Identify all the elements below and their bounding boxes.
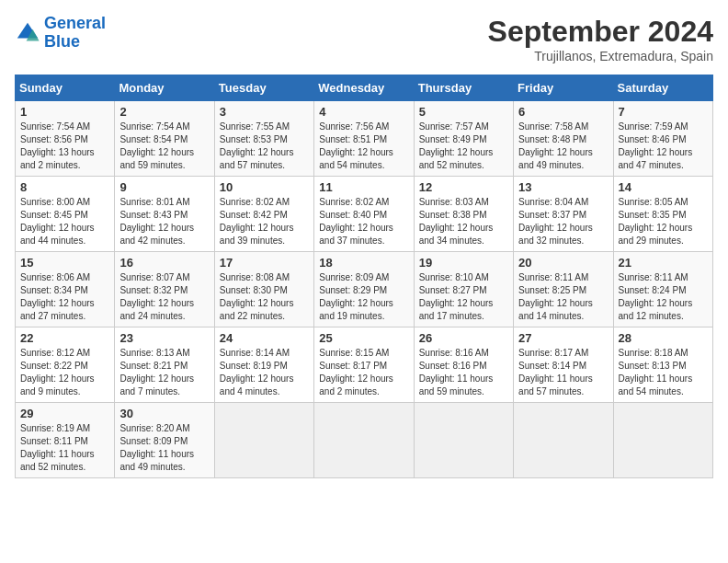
- cell-info: Sunrise: 8:20 AMSunset: 8:09 PMDaylight:…: [119, 423, 194, 472]
- calendar-cell: 17 Sunrise: 8:08 AMSunset: 8:30 PMDaylig…: [214, 252, 313, 327]
- col-header-monday: Monday: [115, 75, 214, 101]
- day-number: 1: [20, 105, 109, 119]
- day-number: 29: [20, 407, 109, 420]
- cell-info: Sunrise: 7:54 AMSunset: 8:54 PMDaylight:…: [119, 121, 194, 170]
- cell-info: Sunrise: 7:57 AMSunset: 8:49 PMDaylight:…: [419, 121, 494, 170]
- day-number: 21: [619, 256, 708, 270]
- logo-line2: Blue: [44, 32, 80, 51]
- cell-info: Sunrise: 8:11 AMSunset: 8:25 PMDaylight:…: [518, 272, 593, 321]
- location: Trujillanos, Extremadura, Spain: [488, 49, 713, 63]
- cell-info: Sunrise: 8:19 AMSunset: 8:11 PMDaylight:…: [20, 423, 95, 472]
- calendar-cell: 21 Sunrise: 8:11 AMSunset: 8:24 PMDaylig…: [613, 252, 712, 327]
- calendar-cell: 3 Sunrise: 7:55 AMSunset: 8:53 PMDayligh…: [214, 101, 313, 177]
- calendar-cell: 6 Sunrise: 7:58 AMSunset: 8:48 PMDayligh…: [514, 101, 613, 177]
- logo-icon: [15, 20, 40, 46]
- day-number: 15: [20, 256, 109, 270]
- day-number: 8: [20, 180, 109, 194]
- calendar-cell: 18 Sunrise: 8:09 AMSunset: 8:29 PMDaylig…: [314, 252, 414, 327]
- calendar-cell: [514, 403, 613, 478]
- day-number: 17: [220, 256, 309, 270]
- cell-info: Sunrise: 8:02 AMSunset: 8:40 PMDaylight:…: [319, 197, 393, 246]
- header-row: SundayMondayTuesdayWednesdayThursdayFrid…: [16, 75, 713, 101]
- cell-info: Sunrise: 8:05 AMSunset: 8:35 PMDaylight:…: [619, 197, 693, 246]
- cell-info: Sunrise: 8:13 AMSunset: 8:21 PMDaylight:…: [119, 348, 194, 396]
- day-number: 9: [119, 180, 209, 194]
- title-block: September 2024 Trujillanos, Extremadura,…: [488, 15, 713, 63]
- day-number: 14: [619, 180, 708, 194]
- calendar-cell: 12 Sunrise: 8:03 AMSunset: 8:38 PMDaylig…: [414, 177, 513, 252]
- cell-info: Sunrise: 8:18 AMSunset: 8:13 PMDaylight:…: [619, 348, 693, 396]
- day-number: 20: [518, 256, 608, 270]
- cell-info: Sunrise: 8:08 AMSunset: 8:30 PMDaylight:…: [220, 272, 294, 321]
- calendar-cell: 22 Sunrise: 8:12 AMSunset: 8:22 PMDaylig…: [16, 327, 115, 403]
- week-row-3: 15 Sunrise: 8:06 AMSunset: 8:34 PMDaylig…: [16, 252, 713, 327]
- page-header: General Blue September 2024 Trujillanos,…: [15, 15, 713, 63]
- calendar-cell: 4 Sunrise: 7:56 AMSunset: 8:51 PMDayligh…: [314, 101, 414, 177]
- calendar-cell: 10 Sunrise: 8:02 AMSunset: 8:42 PMDaylig…: [214, 177, 313, 252]
- col-header-wednesday: Wednesday: [314, 75, 414, 101]
- day-number: 5: [419, 105, 508, 119]
- cell-info: Sunrise: 8:14 AMSunset: 8:19 PMDaylight:…: [220, 348, 294, 396]
- day-number: 30: [119, 407, 209, 420]
- calendar-cell: 7 Sunrise: 7:59 AMSunset: 8:46 PMDayligh…: [613, 101, 712, 177]
- logo-text: General Blue: [44, 15, 106, 52]
- cell-info: Sunrise: 8:04 AMSunset: 8:37 PMDaylight:…: [518, 197, 593, 246]
- calendar-cell: 14 Sunrise: 8:05 AMSunset: 8:35 PMDaylig…: [613, 177, 712, 252]
- col-header-tuesday: Tuesday: [214, 75, 313, 101]
- day-number: 2: [119, 105, 209, 119]
- calendar-cell: 23 Sunrise: 8:13 AMSunset: 8:21 PMDaylig…: [115, 327, 214, 403]
- day-number: 26: [419, 331, 508, 345]
- cell-info: Sunrise: 8:09 AMSunset: 8:29 PMDaylight:…: [319, 272, 393, 321]
- cell-info: Sunrise: 7:58 AMSunset: 8:48 PMDaylight:…: [518, 121, 593, 170]
- col-header-sunday: Sunday: [16, 75, 115, 101]
- col-header-friday: Friday: [514, 75, 613, 101]
- cell-info: Sunrise: 8:06 AMSunset: 8:34 PMDaylight:…: [20, 272, 95, 321]
- day-number: 12: [419, 180, 508, 194]
- day-number: 4: [319, 105, 408, 119]
- calendar-cell: 16 Sunrise: 8:07 AMSunset: 8:32 PMDaylig…: [115, 252, 214, 327]
- day-number: 7: [619, 105, 708, 119]
- day-number: 27: [518, 331, 608, 345]
- day-number: 28: [619, 331, 708, 345]
- cell-info: Sunrise: 8:11 AMSunset: 8:24 PMDaylight:…: [619, 272, 693, 321]
- calendar-cell: 11 Sunrise: 8:02 AMSunset: 8:40 PMDaylig…: [314, 177, 414, 252]
- day-number: 23: [119, 331, 209, 345]
- cell-info: Sunrise: 8:12 AMSunset: 8:22 PMDaylight:…: [20, 348, 95, 396]
- cell-info: Sunrise: 7:59 AMSunset: 8:46 PMDaylight:…: [619, 121, 693, 170]
- cell-info: Sunrise: 8:01 AMSunset: 8:43 PMDaylight:…: [119, 197, 194, 246]
- calendar-cell: 13 Sunrise: 8:04 AMSunset: 8:37 PMDaylig…: [514, 177, 613, 252]
- calendar-cell: 9 Sunrise: 8:01 AMSunset: 8:43 PMDayligh…: [115, 177, 214, 252]
- calendar-cell: 28 Sunrise: 8:18 AMSunset: 8:13 PMDaylig…: [613, 327, 712, 403]
- calendar-cell: [314, 403, 414, 478]
- calendar-table: SundayMondayTuesdayWednesdayThursdayFrid…: [15, 75, 713, 478]
- calendar-cell: [613, 403, 712, 478]
- cell-info: Sunrise: 8:15 AMSunset: 8:17 PMDaylight:…: [319, 348, 393, 396]
- logo: General Blue: [15, 15, 106, 52]
- cell-info: Sunrise: 8:03 AMSunset: 8:38 PMDaylight:…: [419, 197, 494, 246]
- day-number: 10: [220, 180, 309, 194]
- calendar-cell: 26 Sunrise: 8:16 AMSunset: 8:16 PMDaylig…: [414, 327, 513, 403]
- calendar-cell: 5 Sunrise: 7:57 AMSunset: 8:49 PMDayligh…: [414, 101, 513, 177]
- week-row-4: 22 Sunrise: 8:12 AMSunset: 8:22 PMDaylig…: [16, 327, 713, 403]
- day-number: 19: [419, 256, 508, 270]
- cell-info: Sunrise: 7:55 AMSunset: 8:53 PMDaylight:…: [220, 121, 294, 170]
- cell-info: Sunrise: 8:07 AMSunset: 8:32 PMDaylight:…: [119, 272, 194, 321]
- day-number: 16: [119, 256, 209, 270]
- calendar-cell: 30 Sunrise: 8:20 AMSunset: 8:09 PMDaylig…: [115, 403, 214, 478]
- day-number: 25: [319, 331, 408, 345]
- day-number: 18: [319, 256, 408, 270]
- day-number: 24: [220, 331, 309, 345]
- cell-info: Sunrise: 8:02 AMSunset: 8:42 PMDaylight:…: [220, 197, 294, 246]
- col-header-thursday: Thursday: [414, 75, 513, 101]
- calendar-cell: 29 Sunrise: 8:19 AMSunset: 8:11 PMDaylig…: [16, 403, 115, 478]
- week-row-1: 1 Sunrise: 7:54 AMSunset: 8:56 PMDayligh…: [16, 101, 713, 177]
- calendar-cell: 20 Sunrise: 8:11 AMSunset: 8:25 PMDaylig…: [514, 252, 613, 327]
- calendar-cell: 27 Sunrise: 8:17 AMSunset: 8:14 PMDaylig…: [514, 327, 613, 403]
- calendar-cell: 24 Sunrise: 8:14 AMSunset: 8:19 PMDaylig…: [214, 327, 313, 403]
- calendar-cell: 8 Sunrise: 8:00 AMSunset: 8:45 PMDayligh…: [16, 177, 115, 252]
- cell-info: Sunrise: 7:56 AMSunset: 8:51 PMDaylight:…: [319, 121, 393, 170]
- day-number: 13: [518, 180, 608, 194]
- day-number: 11: [319, 180, 408, 194]
- cell-info: Sunrise: 8:00 AMSunset: 8:45 PMDaylight:…: [20, 197, 95, 246]
- calendar-cell: 19 Sunrise: 8:10 AMSunset: 8:27 PMDaylig…: [414, 252, 513, 327]
